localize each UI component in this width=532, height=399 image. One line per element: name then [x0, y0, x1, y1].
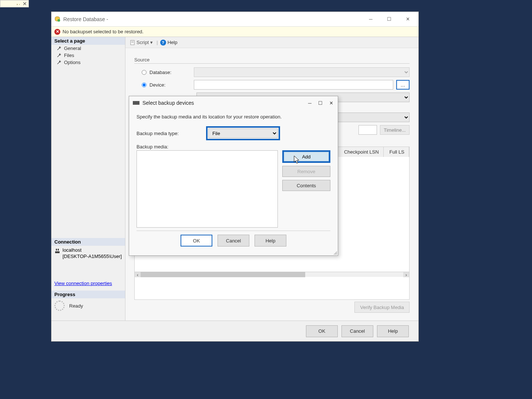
source-group-label: Source	[134, 57, 410, 64]
scroll-thumb[interactable]	[141, 272, 305, 277]
resize-grip[interactable]	[333, 250, 337, 255]
help-label: Help	[168, 40, 178, 45]
error-icon: ✕	[54, 29, 60, 35]
chevron-down-icon: ▾	[150, 40, 153, 45]
content-toolbar: Script ▾ | ? Help	[125, 37, 418, 48]
user-name: [DESKTOP-A1M5655\User]	[63, 254, 122, 260]
progress-spinner-icon	[54, 301, 65, 311]
external-tab-fragment: ✕	[0, 0, 29, 7]
media-type-label: Backup media type:	[137, 131, 206, 136]
wrench-icon	[57, 60, 62, 65]
script-icon	[130, 40, 135, 45]
wrench-icon	[57, 46, 62, 51]
scroll-right-arrow[interactable]: ›	[403, 272, 409, 277]
sub-titlebar: Select backup devices ─ ☐ ✕	[129, 96, 338, 110]
sub-close-button[interactable]: ✕	[329, 100, 333, 106]
sub-ok-button[interactable]: OK	[181, 235, 212, 247]
ok-button[interactable]: OK	[306, 325, 338, 337]
view-connection-properties[interactable]: View connection properties	[54, 281, 122, 286]
separator	[137, 231, 330, 231]
source-device-label: Device:	[149, 82, 194, 88]
sidebar: Select a page General Files Options Conn…	[51, 37, 125, 321]
cancel-button[interactable]: Cancel	[341, 325, 373, 337]
titlebar: Restore Database - ─ ☐ ✕	[51, 12, 418, 27]
scroll-left-arrow[interactable]: ‹	[135, 272, 141, 277]
wrench-icon	[57, 53, 62, 58]
source-database-select[interactable]	[194, 67, 410, 77]
remove-button[interactable]: Remove	[282, 166, 330, 177]
browse-device-button[interactable]: …	[396, 80, 410, 90]
sub-minimize-button[interactable]: ─	[308, 100, 312, 106]
svg-point-1	[58, 19, 60, 21]
progress-status: Ready	[69, 303, 83, 309]
sub-dialog-title: Select backup devices	[142, 100, 194, 106]
sidebar-page-label: General	[64, 46, 81, 51]
minimize-button[interactable]: ─	[361, 12, 380, 27]
source-device-radio[interactable]	[142, 83, 147, 87]
sidebar-page-label: Files	[64, 53, 74, 58]
device-icon	[133, 101, 139, 105]
sub-help-button[interactable]: Help	[255, 235, 286, 247]
select-backup-devices-dialog: Select backup devices ─ ☐ ✕ Specify the …	[129, 96, 338, 256]
restore-to-input[interactable]	[358, 125, 377, 135]
sub-maximize-button[interactable]: ☐	[318, 100, 323, 106]
device-path-input[interactable]	[194, 80, 393, 90]
close-button[interactable]: ✕	[398, 12, 417, 27]
source-database-radio[interactable]	[142, 70, 147, 75]
server-icon	[54, 248, 60, 254]
script-label: Script	[137, 40, 149, 45]
server-name: localhost	[63, 247, 122, 254]
help-button[interactable]: ? Help	[160, 40, 178, 46]
timeline-button[interactable]: Timeline...	[380, 125, 410, 135]
horizontal-scrollbar[interactable]: ‹ ›	[135, 272, 409, 277]
sidebar-page-label: Options	[64, 60, 81, 65]
pin-icon	[16, 1, 20, 6]
sub-cancel-button[interactable]: Cancel	[218, 235, 249, 247]
maximize-button[interactable]: ☐	[380, 12, 398, 27]
media-list-label: Backup media:	[137, 144, 206, 150]
sidebar-page-files[interactable]: Files	[51, 52, 125, 59]
sidebar-page-general[interactable]: General	[51, 45, 125, 52]
warning-message: No backupset selected to be restored.	[63, 29, 144, 34]
help-icon: ?	[160, 40, 166, 46]
main-dialog-footer: OK Cancel Help	[51, 321, 418, 341]
progress-header: Progress	[51, 291, 125, 298]
warning-strip: ✕ No backupset selected to be restored.	[51, 27, 418, 37]
script-button[interactable]: Script ▾	[128, 39, 154, 46]
window-title: Restore Database -	[63, 16, 108, 22]
help-button[interactable]: Help	[377, 325, 409, 337]
col-checkpoint-lsn: Checkpoint LSN	[340, 147, 384, 157]
sub-dialog-description: Specify the backup media and its locatio…	[137, 114, 330, 120]
tab-close-icon[interactable]: ✕	[23, 1, 27, 7]
select-page-header: Select a page	[51, 37, 125, 45]
toolbar-separator: |	[156, 40, 158, 45]
col-full-lsn: Full LS	[385, 147, 409, 157]
backup-media-list[interactable]	[137, 150, 278, 228]
media-type-select[interactable]: File	[208, 128, 278, 138]
media-type-highlight: File	[206, 126, 280, 140]
sidebar-page-options[interactable]: Options	[51, 59, 125, 66]
connection-header: Connection	[51, 238, 125, 246]
add-button[interactable]: Add	[284, 152, 329, 161]
contents-button[interactable]: Contents	[282, 180, 330, 191]
add-button-highlight: Add	[282, 150, 330, 163]
source-database-label: Database:	[149, 70, 194, 75]
app-icon	[54, 16, 60, 22]
sub-dialog-footer: OK Cancel Help	[137, 235, 330, 251]
verify-backup-media-button[interactable]: Verify Backup Media	[354, 302, 410, 313]
